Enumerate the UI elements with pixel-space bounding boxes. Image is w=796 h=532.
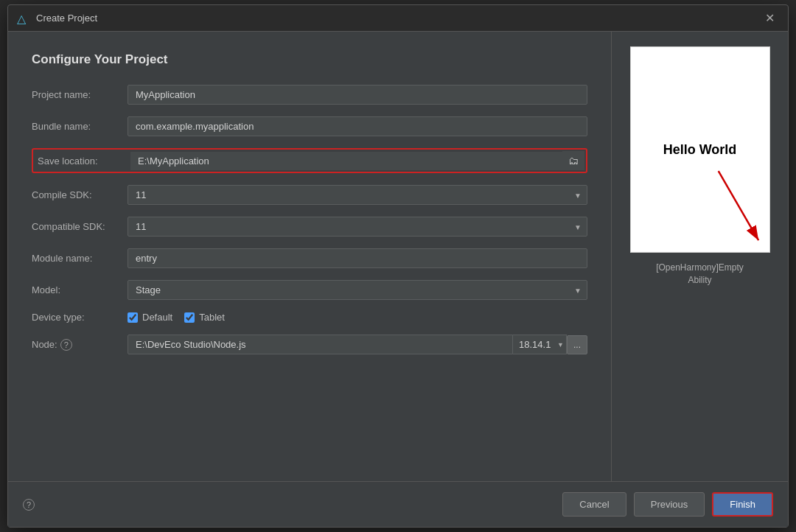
node-row: Node: ? 18.14.1 ▼ ...	[32, 335, 587, 354]
left-panel: Configure Your Project Project name: Bun…	[8, 32, 611, 481]
module-name-input[interactable]	[128, 248, 587, 268]
compatible-sdk-label: Compatible SDK:	[32, 221, 128, 232]
close-button[interactable]: ✕	[761, 10, 779, 27]
previous-button[interactable]: Previous	[634, 492, 705, 517]
device-type-control: Default Tablet	[128, 312, 587, 323]
model-label: Model:	[32, 284, 128, 295]
device-type-row: Device type: Default Tablet	[32, 312, 587, 323]
node-browse-button[interactable]: ...	[567, 335, 587, 354]
model-control: Stage ▼	[128, 280, 587, 300]
dialog-footer: ? Cancel Previous Finish	[8, 481, 788, 527]
save-location-row: Save location: 🗂	[32, 148, 587, 173]
model-row: Model: Stage ▼	[32, 280, 587, 300]
module-name-row: Module name:	[32, 248, 587, 268]
device-tablet-label: Tablet	[199, 312, 225, 323]
compile-sdk-select[interactable]: 11	[128, 185, 587, 205]
bundle-name-row: Bundle name:	[32, 116, 587, 136]
project-name-label: Project name:	[32, 89, 128, 100]
footer-buttons: Cancel Previous Finish	[562, 492, 773, 517]
dialog-title: Create Project	[36, 13, 761, 24]
compile-sdk-row: Compile SDK: 11 ▼	[32, 185, 587, 205]
device-type-label: Device type:	[32, 312, 128, 323]
compatible-sdk-select[interactable]: 11	[128, 217, 587, 237]
titlebar: △ Create Project ✕	[8, 5, 788, 32]
node-label-text: Node:	[32, 339, 57, 350]
section-title: Configure Your Project	[32, 52, 587, 67]
preview-label: [OpenHarmony]Empty Ability	[656, 262, 744, 287]
right-panel: Hello World [OpenHarmony]Empty Ability	[611, 32, 788, 481]
node-path-input[interactable]	[128, 335, 513, 354]
model-select[interactable]: Stage	[128, 280, 587, 300]
save-location-input[interactable]	[130, 152, 562, 170]
footer-help-icon[interactable]: ?	[23, 499, 35, 511]
compile-sdk-control: 11 ▼	[128, 185, 587, 205]
compatible-sdk-row: Compatible SDK: 11 ▼	[32, 217, 587, 237]
bundle-name-control	[128, 116, 587, 136]
preview-image: Hello World	[630, 46, 770, 253]
project-name-control	[128, 85, 587, 105]
finish-button[interactable]: Finish	[712, 492, 773, 517]
footer-help: ?	[23, 499, 35, 511]
module-name-control	[128, 248, 587, 268]
device-default-label: Default	[142, 312, 172, 323]
node-label: Node: ?	[32, 339, 128, 351]
svg-line-1	[718, 171, 758, 240]
save-location-inner: 🗂	[130, 151, 584, 170]
project-name-input[interactable]	[128, 85, 587, 105]
device-tablet-checkbox-item[interactable]: Tablet	[184, 312, 225, 323]
dialog-body: Configure Your Project Project name: Bun…	[8, 32, 788, 481]
project-name-row: Project name:	[32, 85, 587, 105]
node-version-wrapper: 18.14.1 ▼	[513, 335, 567, 354]
device-default-checkbox[interactable]	[128, 312, 138, 323]
bundle-name-input[interactable]	[128, 116, 587, 136]
node-label-with-help: Node: ?	[32, 339, 128, 351]
compile-sdk-label: Compile SDK:	[32, 189, 128, 200]
node-version-select[interactable]: 18.14.1	[513, 335, 567, 354]
module-name-label: Module name:	[32, 253, 128, 264]
app-logo-icon: △	[17, 12, 30, 25]
node-control: 18.14.1 ▼ ...	[128, 335, 587, 354]
node-help-icon[interactable]: ?	[60, 339, 72, 351]
create-project-dialog: △ Create Project ✕ Configure Your Projec…	[7, 4, 789, 528]
device-tablet-checkbox[interactable]	[184, 312, 195, 323]
save-location-browse-button[interactable]: 🗂	[562, 151, 584, 170]
save-location-label: Save location:	[35, 155, 130, 167]
bundle-name-label: Bundle name:	[32, 121, 128, 132]
cancel-button[interactable]: Cancel	[562, 492, 626, 517]
compatible-sdk-control: 11 ▼	[128, 217, 587, 237]
preview-hello-text: Hello World	[663, 142, 737, 158]
device-default-checkbox-item[interactable]: Default	[128, 312, 172, 323]
node-controls: 18.14.1 ▼ ...	[128, 335, 587, 354]
